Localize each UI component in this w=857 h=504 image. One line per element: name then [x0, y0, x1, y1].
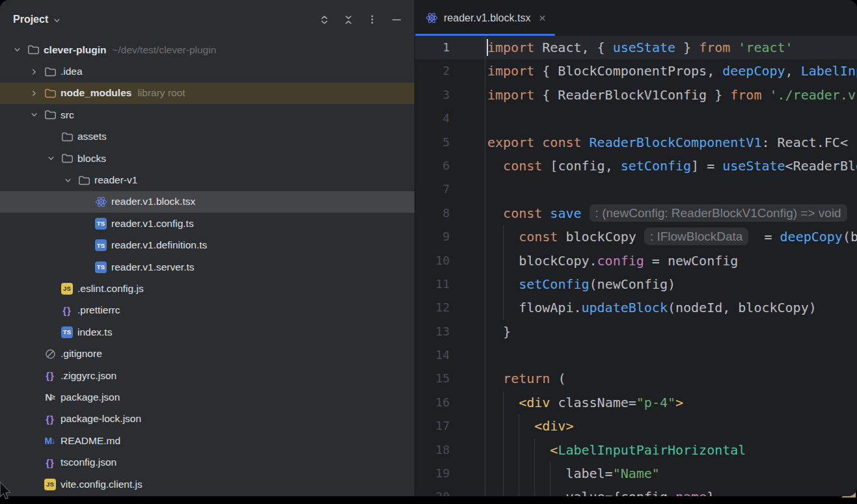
line-number-18[interactable]: 18 [415, 438, 450, 462]
tree-item-assets[interactable]: assets [0, 126, 415, 148]
tree-item--prettierrc[interactable]: {}.prettierrc [0, 300, 415, 321]
line-number-8[interactable]: 8 [415, 202, 450, 225]
code-line-2[interactable]: import { BlockComponentProps, deepCopy, … [487, 59, 857, 83]
tree-item-secondary: ~/dev/test/clever-plugin [112, 44, 216, 56]
chevron-down-icon[interactable] [9, 42, 25, 58]
line-number-3[interactable]: 3 [415, 83, 450, 107]
code-line-3[interactable]: import { ReaderBlockV1Config } from './r… [487, 83, 857, 107]
line-number-11[interactable]: 11 [415, 272, 450, 296]
tab-reader-v1-block-tsx[interactable]: reader.v1.block.tsx ✕ [415, 0, 555, 36]
tree-item-label: reader-v1 [94, 174, 137, 186]
chevron-down-icon[interactable] [26, 107, 42, 123]
code-token: from [730, 87, 761, 103]
line-number-13[interactable]: 13 [415, 320, 450, 343]
tree-item-src[interactable]: src [0, 104, 415, 126]
code-token: from [699, 40, 730, 55]
code-token: } [675, 40, 699, 55]
line-number-15[interactable]: 15 [415, 367, 450, 390]
chevron-placeholder [26, 390, 42, 405]
tree-item--gitignore[interactable]: .gitignore [0, 343, 415, 364]
tree-item--idea[interactable]: .idea [0, 60, 415, 82]
chevron-down-icon[interactable] [43, 151, 59, 166]
project-title[interactable]: Project [13, 14, 48, 25]
expand-all-icon[interactable] [315, 10, 333, 29]
code-line-11[interactable]: setConfig(newConfig) [487, 272, 857, 296]
tree-item-label: vite.config.client.js [61, 479, 143, 490]
chevron-right-icon[interactable] [26, 85, 42, 101]
code-token: flowApi. [487, 300, 582, 315]
code-token [487, 206, 503, 221]
hide-panel-icon[interactable] [387, 10, 405, 29]
line-number-12[interactable]: 12 [415, 296, 450, 319]
chevron-placeholder [77, 259, 92, 275]
code-line-5[interactable]: export const ReaderBlockComponentV1: Rea… [487, 131, 857, 154]
line-number-17[interactable]: 17 [415, 414, 450, 438]
tree-item-label: index.ts [77, 326, 112, 338]
code-line-9[interactable]: const blockCopy : IFlowBlockData = deepC… [487, 225, 857, 248]
tree-item-reader-v1[interactable]: reader-v1 [0, 169, 415, 191]
collapse-all-icon[interactable] [339, 10, 357, 29]
chevron-right-icon[interactable] [26, 64, 42, 79]
code-line-10[interactable]: blockCopy.config = newConfig [487, 249, 857, 272]
code-token: import [487, 87, 534, 103]
code-line-19[interactable]: label="Name" [487, 462, 857, 485]
tree-item-node-modules[interactable]: node_moduleslibrary root [0, 83, 415, 104]
code-token: './reader.v1.config' [770, 87, 857, 103]
line-number-6[interactable]: 6 [415, 154, 450, 178]
line-number-1[interactable]: 1 [415, 36, 450, 59]
tree-item-reader-v1-block-tsx[interactable]: reader.v1.block.tsx [0, 191, 415, 213]
line-number-2[interactable]: 2 [415, 59, 450, 83]
code-line-17[interactable]: <div> [487, 414, 857, 438]
tree-item-index-ts[interactable]: TSindex.ts [0, 321, 415, 343]
tree-item--ziggyrc-json[interactable]: {}.ziggyrc.json [0, 365, 415, 386]
chevron-placeholder [26, 477, 42, 492]
code-area[interactable]: 1234567891011121314151617181920 import R… [415, 36, 857, 496]
tree-item-package-json[interactable]: N≥package.json [0, 386, 415, 408]
tree-item-tsconfig-json[interactable]: {}tsconfig.json [0, 451, 415, 473]
line-number-9[interactable]: 9 [415, 225, 450, 248]
code-line-20[interactable]: value={config.name} [487, 485, 857, 496]
code-line-16[interactable]: <div className="p-4"> [487, 391, 857, 414]
code-line-1[interactable]: import React, { useState } from 'react' [487, 36, 857, 59]
line-number-7[interactable]: 7 [415, 178, 450, 201]
more-options-icon[interactable] [363, 10, 381, 29]
tree-item-reader-v1-definition-ts[interactable]: TSreader.v1.definition.ts [0, 235, 415, 256]
line-number-4[interactable]: 4 [415, 107, 450, 130]
react-icon [426, 12, 438, 24]
close-tab-icon[interactable]: ✕ [538, 14, 546, 23]
chevron-placeholder [43, 129, 59, 144]
tree-item-label: package-lock.json [61, 413, 141, 425]
line-number-10[interactable]: 10 [415, 249, 450, 272]
line-number-19[interactable]: 19 [415, 462, 450, 485]
line-number-14[interactable]: 14 [415, 343, 450, 367]
editor: reader.v1.block.tsx ✕ 123456789101112131… [415, 0, 857, 496]
tree-item--eslint-config-js[interactable]: JS.eslint.config.js [0, 278, 415, 299]
tree-item-clever-plugin[interactable]: clever-plugin~/dev/test/clever-plugin [0, 39, 415, 60]
chevron-down-icon[interactable] [52, 16, 62, 25]
tree-item-vite-config-client-js[interactable]: JSvite.config.client.js [0, 473, 415, 495]
line-number-16[interactable]: 16 [415, 391, 450, 414]
code-line-6[interactable]: const [config, setConfig] = useState<Rea… [487, 154, 857, 178]
line-number-5[interactable]: 5 [415, 131, 450, 154]
tree-item-package-lock-json[interactable]: {}package-lock.json [0, 408, 415, 430]
tree-item-blocks[interactable]: blocks [0, 148, 415, 169]
code-line-14[interactable] [487, 343, 857, 367]
folder-icon [42, 109, 59, 122]
code-line-15[interactable]: return ( [487, 367, 857, 390]
ide-window: Project clever-plugin~/dev/test/c [0, 0, 857, 496]
chevron-placeholder [26, 368, 42, 384]
line-number-20[interactable]: 20 [415, 485, 450, 496]
code-line-4[interactable] [487, 107, 857, 130]
tree-item-secondary: library root [137, 87, 185, 99]
tree-item-readme-md[interactable]: M↓README.md [0, 430, 415, 451]
code-line-12[interactable]: flowApi.updateBlock(nodeId, blockCopy) [487, 296, 857, 319]
code-token: LabelInputPairHorizontal [558, 442, 746, 458]
chevron-down-icon[interactable] [60, 172, 75, 188]
code-line-13[interactable]: } [487, 320, 857, 343]
tree-item-reader-v1-server-ts[interactable]: TSreader.v1.server.ts [0, 256, 415, 278]
code-line-18[interactable]: <LabelInputPairHorizontal [487, 438, 857, 462]
code-line-8[interactable]: const save : (newConfig: ReaderBlockV1Co… [487, 202, 857, 225]
code-line-7[interactable] [487, 178, 857, 201]
mouse-cursor [0, 482, 14, 500]
tree-item-reader-v1-config-ts[interactable]: TSreader.v1.config.ts [0, 213, 415, 234]
